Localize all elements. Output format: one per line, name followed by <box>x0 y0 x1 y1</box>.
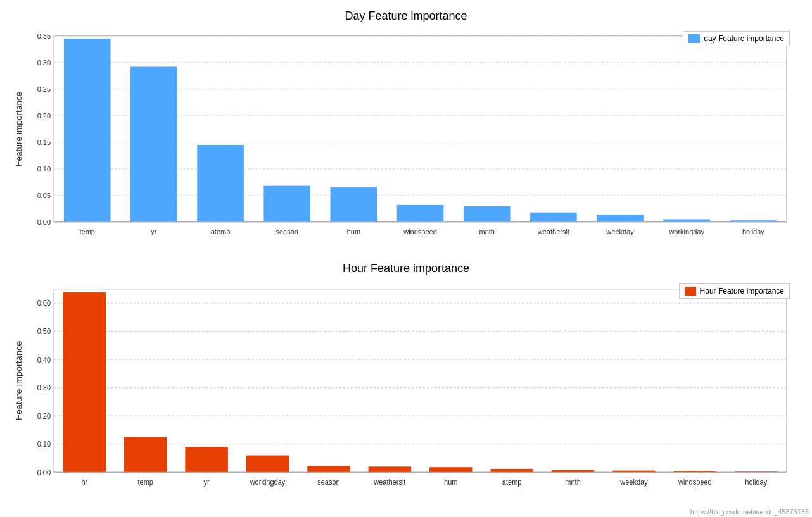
svg-text:holiday: holiday <box>742 227 764 235</box>
svg-text:weathersit: weathersit <box>373 477 406 486</box>
svg-text:hum: hum <box>347 227 360 235</box>
svg-rect-32 <box>530 213 577 222</box>
svg-text:season: season <box>276 227 298 235</box>
day-legend-color <box>688 34 700 43</box>
svg-text:0.50: 0.50 <box>37 327 51 335</box>
svg-rect-67 <box>369 466 411 472</box>
svg-rect-26 <box>331 187 377 222</box>
svg-rect-22 <box>197 145 244 222</box>
watermark: https://blog.csdn.net/weixin_45875185 <box>690 508 809 516</box>
svg-text:holiday: holiday <box>745 477 767 486</box>
hour-chart-legend: Hour Feature importance <box>679 283 790 299</box>
svg-rect-63 <box>246 455 289 472</box>
svg-text:0.15: 0.15 <box>37 139 51 146</box>
hour-chart-svg: 0.000.100.200.300.400.500.60Feature impo… <box>13 278 799 511</box>
svg-text:atemp: atemp <box>502 477 522 486</box>
day-legend-label: day Feature importance <box>704 34 784 43</box>
page-container: Day Feature importance 0.000.050.100.150… <box>0 0 812 517</box>
day-chart-legend: day Feature importance <box>683 31 790 46</box>
svg-text:0.30: 0.30 <box>37 59 51 66</box>
svg-text:0.00: 0.00 <box>37 468 51 477</box>
svg-rect-28 <box>397 205 444 222</box>
svg-text:mnth: mnth <box>565 477 580 486</box>
svg-text:temp: temp <box>137 477 153 486</box>
svg-rect-24 <box>263 186 310 222</box>
svg-text:0.35: 0.35 <box>37 32 51 40</box>
svg-rect-57 <box>63 292 106 472</box>
hour-chart-section: Hour Feature importance 0.000.100.200.30… <box>13 259 799 511</box>
svg-text:season: season <box>317 477 340 486</box>
hour-chart-title: Hour Feature importance <box>343 262 469 275</box>
svg-text:temp: temp <box>79 227 94 235</box>
svg-text:hum: hum <box>444 477 457 486</box>
svg-rect-20 <box>130 66 177 221</box>
hour-chart-area: 0.000.100.200.300.400.500.60Feature impo… <box>13 278 799 511</box>
svg-text:0.10: 0.10 <box>37 439 51 448</box>
hour-legend-label: Hour Feature importance <box>700 287 784 296</box>
svg-rect-59 <box>124 437 167 472</box>
svg-text:Feature importance: Feature importance <box>15 340 23 420</box>
svg-text:Feature importance: Feature importance <box>14 92 23 166</box>
svg-text:0.25: 0.25 <box>37 85 51 93</box>
svg-rect-71 <box>490 468 533 471</box>
svg-text:workingday: workingday <box>668 227 704 235</box>
svg-text:windspeed: windspeed <box>678 477 712 486</box>
svg-rect-69 <box>429 467 472 472</box>
svg-rect-18 <box>64 39 111 222</box>
svg-text:workingday: workingday <box>250 477 286 486</box>
svg-text:yr: yr <box>204 477 210 486</box>
svg-text:mnth: mnth <box>479 227 494 235</box>
day-chart-title: Day Feature importance <box>345 9 467 23</box>
svg-rect-61 <box>185 447 227 472</box>
svg-rect-36 <box>663 220 710 222</box>
svg-text:0.10: 0.10 <box>37 165 51 173</box>
svg-text:hr: hr <box>81 477 87 486</box>
svg-text:windspeed: windspeed <box>403 227 437 235</box>
svg-text:weekday: weekday <box>606 227 634 235</box>
day-chart-section: Day Feature importance 0.000.050.100.150… <box>13 6 799 259</box>
day-chart-svg: 0.000.050.100.150.200.250.300.35Feature … <box>13 26 799 259</box>
svg-rect-65 <box>307 466 350 472</box>
svg-text:0.30: 0.30 <box>37 383 51 392</box>
svg-text:0.20: 0.20 <box>37 112 51 120</box>
svg-rect-30 <box>464 206 511 222</box>
svg-rect-34 <box>597 215 644 222</box>
svg-text:0.40: 0.40 <box>37 354 51 363</box>
svg-text:weekday: weekday <box>619 477 648 486</box>
svg-text:0.60: 0.60 <box>37 298 51 307</box>
svg-text:weathersit: weathersit <box>537 227 570 235</box>
svg-text:yr: yr <box>151 227 156 235</box>
svg-text:atemp: atemp <box>211 227 231 235</box>
hour-legend-color <box>685 287 696 296</box>
svg-text:0.05: 0.05 <box>37 192 51 199</box>
svg-text:0.20: 0.20 <box>37 411 51 420</box>
svg-text:0.00: 0.00 <box>37 218 51 226</box>
day-chart-area: 0.000.050.100.150.200.250.300.35Feature … <box>13 26 799 259</box>
